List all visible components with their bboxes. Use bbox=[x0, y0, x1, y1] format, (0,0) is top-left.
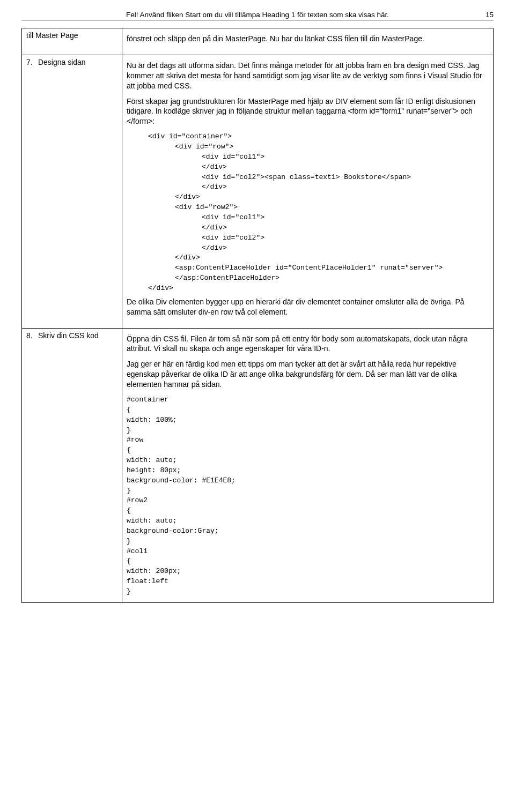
table-row: 8. Skriv din CSS kod Öppna din CSS fil. … bbox=[22, 328, 494, 602]
paragraph: fönstret och släpp den på din MasterPage… bbox=[127, 34, 489, 44]
code-line: </div> bbox=[127, 253, 489, 263]
code-line: #row bbox=[127, 435, 489, 445]
step-label-cell: till Master Page bbox=[22, 28, 122, 55]
step-content-cell: Nu är det dags att utforma sidan. Det fi… bbox=[122, 55, 494, 328]
step-number: 7. bbox=[26, 57, 36, 68]
code-line: #col1 bbox=[127, 547, 489, 557]
step-label-cell: 8. Skriv din CSS kod bbox=[22, 328, 122, 602]
page-header: Fel! Använd fliken Start om du vill till… bbox=[21, 11, 494, 20]
code-line: width: auto; bbox=[127, 516, 489, 526]
code-line: { bbox=[127, 506, 489, 516]
paragraph: Öppna din CSS fil. Filen är tom så när s… bbox=[127, 334, 489, 354]
code-line: } bbox=[127, 537, 489, 547]
paragraph: De olika Div elementen bygger upp en hie… bbox=[127, 297, 489, 317]
code-line: <div id="col2"> bbox=[127, 233, 489, 243]
step-label: Skriv din CSS kod bbox=[38, 331, 99, 340]
code-line: <div id="col1"> bbox=[127, 213, 489, 223]
code-line: <div id="col2"><span class=text1> Bookst… bbox=[127, 173, 489, 183]
paragraph: Jag ger er här en färdig kod men ett tip… bbox=[127, 359, 489, 390]
content-table: till Master Page fönstret och släpp den … bbox=[21, 28, 494, 603]
step-number: 8. bbox=[26, 331, 36, 341]
code-line: background-color: #E1E4E8; bbox=[127, 476, 489, 486]
code-line: </div> bbox=[127, 243, 489, 254]
step-content-cell: Öppna din CSS fil. Filen är tom så när s… bbox=[122, 328, 494, 602]
paragraph: Först skapar jag grundstrukturen för Mas… bbox=[127, 96, 489, 127]
code-line: { bbox=[127, 405, 489, 415]
code-line: height: 80px; bbox=[127, 466, 489, 476]
code-line: </asp:ContentPlaceHolder> bbox=[127, 273, 489, 284]
code-line: <div id="container"> bbox=[127, 132, 489, 142]
code-line: </div> bbox=[127, 182, 489, 192]
code-line: } bbox=[127, 486, 489, 496]
code-line: #row2 bbox=[127, 496, 489, 506]
header-text: Fel! Använd fliken Start om du vill till… bbox=[126, 11, 389, 19]
code-line: { bbox=[127, 445, 489, 456]
code-line: </div> bbox=[127, 192, 489, 203]
code-line: <asp:ContentPlaceHolder id="ContentPlace… bbox=[127, 263, 489, 273]
page: Fel! Använd fliken Start om du vill till… bbox=[0, 0, 515, 624]
code-line: </div> bbox=[127, 284, 489, 294]
code-line: width: auto; bbox=[127, 456, 489, 466]
paragraph: Nu är det dags att utforma sidan. Det fi… bbox=[127, 61, 489, 91]
step-content-cell: fönstret och släpp den på din MasterPage… bbox=[122, 28, 494, 55]
code-line: <div id="row2"> bbox=[127, 203, 489, 213]
step-label: till Master Page bbox=[26, 31, 78, 40]
code-block: <div id="container"><div id="row"><div i… bbox=[127, 132, 489, 294]
code-line: } bbox=[127, 426, 489, 436]
code-line: width: 100%; bbox=[127, 415, 489, 426]
step-label: Designa sidan bbox=[38, 58, 86, 66]
code-line: </div> bbox=[127, 223, 489, 233]
code-line: <div id="col1"> bbox=[127, 152, 489, 162]
table-row: 7. Designa sidan Nu är det dags att utfo… bbox=[22, 55, 494, 328]
code-line: } bbox=[127, 587, 489, 597]
code-line: float:left bbox=[127, 577, 489, 587]
code-line: <div id="row"> bbox=[127, 142, 489, 152]
step-label-cell: 7. Designa sidan bbox=[22, 55, 122, 328]
table-row: till Master Page fönstret och släpp den … bbox=[22, 28, 494, 55]
code-line: width: 200px; bbox=[127, 567, 489, 577]
code-block: #container{width: 100%;}#row{width: auto… bbox=[127, 395, 489, 597]
code-line: </div> bbox=[127, 162, 489, 173]
code-line: { bbox=[127, 556, 489, 567]
page-number: 15 bbox=[485, 11, 494, 19]
code-line: background-color:Gray; bbox=[127, 526, 489, 537]
code-line: #container bbox=[127, 395, 489, 405]
